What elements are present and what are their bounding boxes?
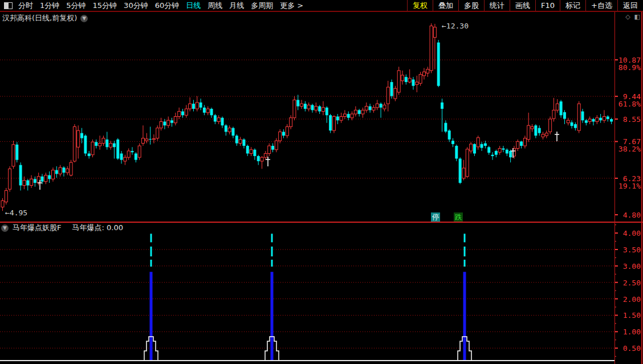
tab-period-5[interactable]: 60分钟 (152, 0, 183, 11)
tab-period-0[interactable]: 分时 (15, 0, 36, 11)
high-price-annotation: ←12.30 (442, 22, 469, 30)
indicator-name[interactable]: 马年爆点妖股F (13, 223, 61, 233)
toolbar-button-4[interactable]: 画线 (510, 0, 535, 11)
panel-borders (0, 12, 643, 364)
toolbar-button-3[interactable]: 统计 (484, 0, 510, 11)
half-square-icon[interactable]: ◧ (634, 14, 640, 20)
tab-period-3[interactable]: 15分钟 (89, 0, 121, 11)
tab-period-6[interactable]: 日线 (182, 0, 204, 11)
sub-axis-value-1: 3.50 (612, 246, 641, 254)
sub-axis-value-5: 1.50 (612, 311, 641, 320)
dagger-markers (38, 132, 559, 190)
gridlines (0, 60, 614, 348)
main-chart-header: 汉邦高科(日线,前复权) ▼ (2, 13, 88, 23)
toolbar-button-1[interactable]: 叠加 (433, 0, 458, 11)
chevron-down-icon[interactable]: ▼ (80, 15, 88, 22)
stock-title: 汉邦高科(日线,前复权) (2, 13, 77, 23)
indicator-value: 马年爆点: 0.00 (72, 223, 123, 233)
tab-period-8[interactable]: 月线 (226, 0, 247, 11)
low-price-annotation: ←4.95 (5, 208, 27, 217)
toolbar-button-7[interactable]: +自选 (585, 0, 617, 11)
corner-icons: ◇ ◧ (625, 14, 640, 20)
tab-period-10[interactable]: 更多 > (276, 0, 307, 11)
tab-period-1[interactable]: 1分钟 (36, 0, 63, 11)
sub-axis-value-6: 1.00 (612, 328, 641, 336)
toolbar-button-0[interactable]: 复权 (407, 0, 433, 11)
main-axis-price-5: 4.80 (612, 211, 641, 219)
window-split-icon[interactable] (4, 2, 13, 9)
tab-period-4[interactable]: 30分钟 (120, 0, 152, 11)
chart-canvas[interactable] (0, 0, 643, 364)
toolbar-right: 复权叠加多股统计画线F10标记+自选返回 (407, 0, 643, 11)
main-axis-price-2: 8.55 (612, 115, 641, 124)
sub-axis-value-3: 2.50 (612, 279, 641, 287)
toolbar-button-6[interactable]: 标记 (560, 0, 585, 11)
toolbar: 分时1分钟5分钟15分钟30分钟60分钟日线周线月线多周期更多 > 复权叠加多股… (0, 0, 643, 12)
toolbar-button-5[interactable]: F10 (535, 0, 560, 11)
app-window: 分时1分钟5分钟15分钟30分钟60分钟日线周线月线多周期更多 > 复权叠加多股… (0, 0, 643, 364)
diamond-icon[interactable]: ◇ (625, 14, 630, 20)
tab-period-9[interactable]: 多周期 (247, 0, 276, 11)
chevron-down-icon[interactable]: ▼ (1, 224, 9, 232)
sub-axis-value-7: 0.50 (612, 344, 641, 353)
toolbar-left: 分时1分钟5分钟15分钟30分钟60分钟日线周线月线多周期更多 > (0, 0, 307, 11)
event-marker-die: 跌 (454, 212, 463, 222)
main-axis-pct-1: 61.8% (612, 100, 641, 108)
event-marker-ting: 停 (431, 212, 440, 222)
tab-period-7[interactable]: 周线 (204, 0, 226, 11)
main-axis-pct-3: 38.2% (612, 145, 641, 153)
main-axis-pct-0: 80.9% (612, 63, 641, 72)
sub-axis-value-4: 2.00 (612, 295, 641, 304)
tab-period-2[interactable]: 5分钟 (63, 0, 89, 11)
main-axis-pct-4: 19.1% (612, 182, 641, 190)
sub-axis-value-2: 3.00 (612, 262, 641, 271)
indicator-spikes (141, 234, 474, 361)
sub-chart-header: ▼ 马年爆点妖股F 马年爆点: 0.00 (1, 223, 123, 233)
toolbar-button-8[interactable]: 返回 (617, 0, 643, 11)
toolbar-button-2[interactable]: 多股 (458, 0, 484, 11)
main-candles (1, 23, 613, 211)
sub-axis-value-0: 4.00 (612, 229, 641, 238)
